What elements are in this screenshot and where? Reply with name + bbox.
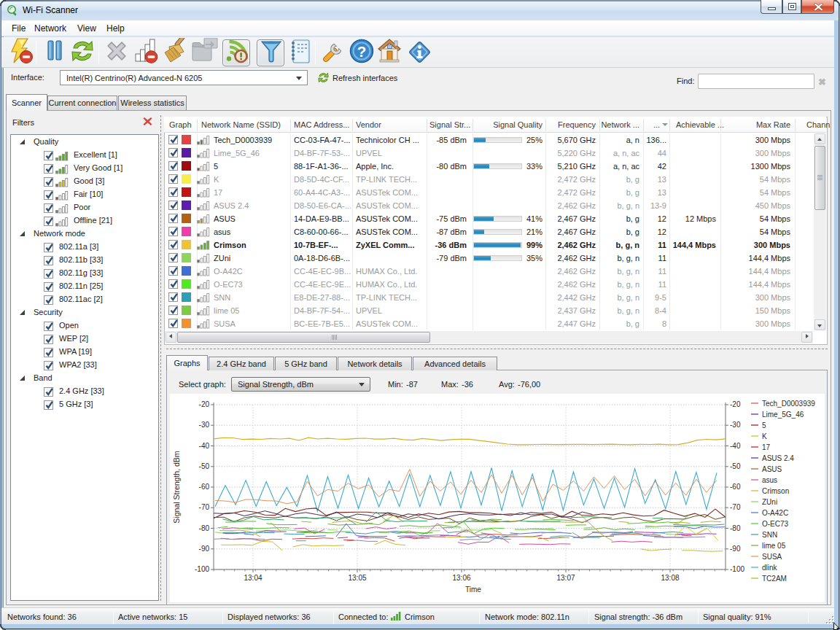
svg-text:5: 5 [762,421,766,429]
svg-text:SUSA: SUSA [762,553,782,561]
svg-text:-40: -40 [199,442,210,450]
svg-text:-50: -50 [199,462,210,470]
svg-text:-80: -80 [199,524,210,532]
svg-text:-30: -30 [730,421,741,429]
svg-text:-40: -40 [730,442,741,450]
svg-text:13:06: 13:06 [452,574,470,582]
svg-text:ASUS: ASUS [762,465,782,473]
svg-text:Signal Strength, dBm: Signal Strength, dBm [172,451,181,523]
svg-text:K: K [762,432,767,440]
svg-text:O-EC73: O-EC73 [762,520,789,528]
svg-text:-60: -60 [199,483,210,491]
svg-text:-100: -100 [195,565,209,573]
svg-text:17: 17 [762,443,771,451]
svg-text:ZUni: ZUni [762,498,777,506]
svg-text:ASUS 2.4: ASUS 2.4 [762,454,794,462]
svg-text:Tech_D0003939: Tech_D0003939 [762,400,815,408]
svg-text:-50: -50 [730,462,741,470]
svg-text:-20: -20 [730,400,741,408]
svg-text:13:05: 13:05 [348,574,366,582]
svg-text:-70: -70 [199,503,210,511]
svg-text:-70: -70 [730,503,741,511]
svg-text:-60: -60 [730,483,741,491]
svg-text:Time: Time [465,586,481,594]
svg-text:Lime_5G_46: Lime_5G_46 [762,411,804,419]
svg-text:dlink: dlink [762,564,778,572]
svg-text:SNN: SNN [762,531,777,539]
svg-text:-30: -30 [199,421,210,429]
svg-text:-90: -90 [730,545,741,553]
svg-text:13:04: 13:04 [244,574,262,582]
svg-text:TC2AM: TC2AM [762,575,787,583]
svg-text:13:07: 13:07 [556,574,575,582]
svg-text:-80: -80 [730,524,741,532]
svg-text:13:08: 13:08 [661,574,679,582]
svg-text:-20: -20 [199,400,210,408]
svg-text:lime 05: lime 05 [762,542,786,550]
svg-text:O-A42C: O-A42C [762,509,788,517]
svg-text:Crimson: Crimson [762,487,789,495]
svg-text:-90: -90 [199,545,210,553]
svg-text:-100: -100 [730,565,744,573]
svg-text:asus: asus [762,476,777,484]
